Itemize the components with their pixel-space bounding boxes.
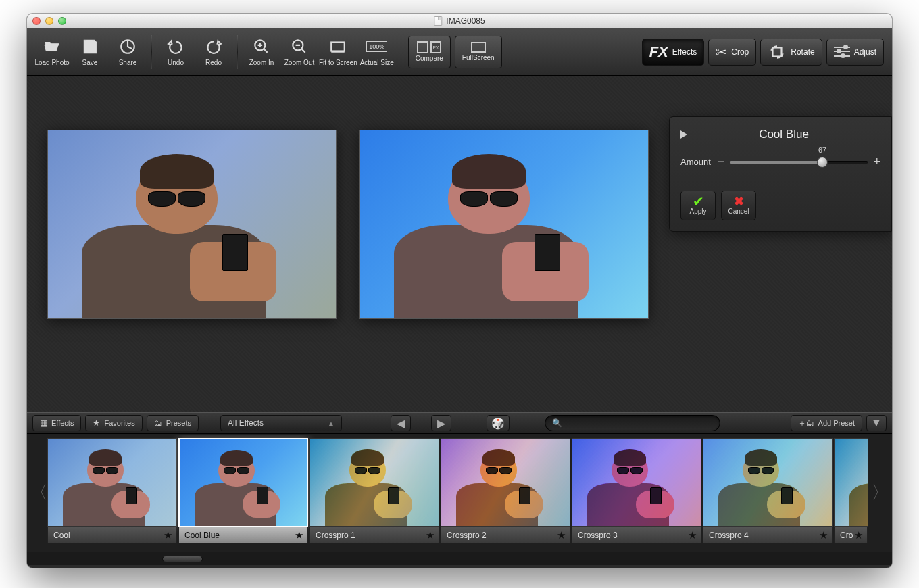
actual-size-button[interactable]: 100% Actual Size: [359, 32, 395, 72]
prev-button[interactable]: ◀: [391, 415, 411, 431]
close-window-button[interactable]: [32, 17, 41, 25]
x-icon: ✖: [734, 197, 744, 206]
category-dropdown[interactable]: All Effects: [220, 415, 342, 431]
scroll-left-button[interactable]: 〈: [30, 442, 47, 543]
svg-rect-3: [332, 43, 345, 51]
toolbar: Load Photo Save Share Undo Redo Zoom In …: [27, 28, 892, 76]
chevron-right-icon: ▶: [437, 417, 445, 430]
minimize-window-button[interactable]: [45, 17, 53, 25]
fit-screen-icon: [328, 37, 347, 56]
thumbnail-card[interactable]: Crosspro 3★: [572, 438, 701, 543]
window-title: IMAG0085: [434, 16, 485, 26]
add-preset-label: Add Preset: [818, 419, 855, 427]
adjust-mode-button[interactable]: Adjust: [826, 39, 884, 66]
search-field[interactable]: 🔍: [545, 415, 720, 431]
favorite-star-icon[interactable]: ★: [557, 529, 566, 541]
undo-button[interactable]: Undo: [157, 32, 194, 72]
compare-button[interactable]: FX Compare: [408, 36, 451, 68]
thumbnail-label: Cool★: [47, 527, 177, 543]
scrollbar-thumb[interactable]: [162, 556, 203, 562]
amount-label: Amount: [680, 157, 711, 167]
svg-rect-4: [773, 47, 782, 56]
effects-mode-button[interactable]: FX Effects: [642, 39, 705, 66]
star-icon: ★: [93, 418, 100, 428]
search-input[interactable]: [566, 419, 713, 427]
favorite-star-icon[interactable]: ★: [688, 529, 697, 541]
thumbnail-card[interactable]: Crosspro 4★: [703, 438, 833, 543]
fx-icon: FX: [649, 43, 668, 61]
favorite-star-icon[interactable]: ★: [295, 529, 303, 541]
load-photo-button[interactable]: Load Photo: [34, 32, 70, 72]
effects-tab-label: Effects: [51, 419, 74, 427]
play-icon[interactable]: [680, 130, 687, 139]
chevron-left-icon: ◀: [397, 417, 405, 430]
thumbnail-card[interactable]: Crosspro 2★: [441, 438, 570, 543]
random-button[interactable]: 🎲: [487, 415, 510, 431]
load-photo-label: Load Photo: [34, 59, 69, 66]
actual-size-icon: 100%: [368, 37, 387, 56]
slider-thumb[interactable]: [817, 157, 828, 168]
preset-icon: 🗂: [154, 418, 162, 428]
horizontal-scrollbar[interactable]: [27, 552, 892, 565]
presets-tab-label: Presets: [166, 419, 191, 427]
scissors-icon: ✂: [716, 44, 727, 60]
rotate-mode-button[interactable]: Rotate: [760, 39, 822, 66]
collapse-button[interactable]: ▼: [866, 415, 887, 431]
rotate-label: Rotate: [791, 47, 814, 57]
increase-button[interactable]: +: [873, 155, 880, 169]
check-icon: ✔: [693, 197, 704, 206]
crop-mode-button[interactable]: ✂ Crop: [708, 39, 756, 66]
window-controls: [32, 17, 66, 25]
adjust-label: Adjust: [854, 47, 876, 57]
thumbnail-card[interactable]: Cro★: [834, 438, 868, 543]
favorite-star-icon[interactable]: ★: [426, 529, 434, 541]
save-label: Save: [82, 59, 98, 66]
favorite-star-icon[interactable]: ★: [819, 529, 828, 541]
thumbnail-card[interactable]: Cool★: [47, 438, 177, 543]
thumbnail-card[interactable]: Cool Blue★: [178, 438, 308, 543]
crop-label: Crop: [731, 47, 749, 57]
thumbnail-list: Cool★Cool Blue★Crosspro 1★Crosspro 2★Cro…: [47, 435, 872, 550]
compare-icon: FX: [417, 41, 441, 53]
redo-button[interactable]: Redo: [195, 32, 232, 72]
favorite-star-icon[interactable]: ★: [854, 529, 863, 541]
amount-slider[interactable]: 67: [730, 155, 868, 169]
favorite-star-icon[interactable]: ★: [164, 529, 172, 541]
floppy-icon: [80, 37, 99, 56]
zoom-in-label: Zoom In: [249, 59, 274, 66]
dice-icon: 🎲: [491, 417, 505, 430]
share-button[interactable]: Share: [109, 32, 146, 72]
zoom-window-button[interactable]: [58, 17, 66, 25]
favorites-tab[interactable]: ★Favorites: [85, 415, 142, 431]
thumbnail-label: Cool Blue★: [178, 527, 308, 543]
zoom-in-icon: [252, 37, 271, 56]
save-button[interactable]: Save: [72, 32, 108, 72]
add-preset-button[interactable]: ＋🗂Add Preset: [791, 415, 862, 431]
effects-tab[interactable]: ▦Effects: [32, 415, 81, 431]
undo-label: Undo: [168, 59, 184, 66]
search-icon: 🔍: [552, 418, 562, 428]
original-photo: [47, 130, 337, 319]
fit-screen-button[interactable]: Fit to Screen: [319, 32, 357, 72]
zoom-in-button[interactable]: Zoom In: [243, 32, 280, 72]
thumbnail-label: Cro★: [834, 527, 868, 543]
canvas-area: Cool Blue Amount − 67 + ✔: [27, 76, 892, 412]
document-icon: [434, 16, 442, 26]
thumbnail-card[interactable]: Crosspro 1★: [309, 438, 439, 543]
share-icon: [118, 37, 137, 56]
folder-open-icon: [43, 37, 61, 56]
bottom-toolbar: ▦Effects ★Favorites 🗂Presets All Effects…: [27, 412, 892, 434]
next-button[interactable]: ▶: [431, 415, 451, 431]
cancel-button[interactable]: ✖ Cancel: [721, 191, 756, 220]
decrease-button[interactable]: −: [718, 155, 725, 169]
actual-label: Actual Size: [360, 59, 394, 66]
scroll-right-button[interactable]: 〉: [872, 442, 889, 543]
fullscreen-button[interactable]: FullScreen: [455, 36, 502, 68]
rotate-icon: [768, 43, 787, 62]
zoom-out-button[interactable]: Zoom Out: [281, 32, 318, 72]
presets-tab[interactable]: 🗂Presets: [147, 415, 199, 431]
redo-label: Redo: [205, 59, 222, 66]
apply-label: Apply: [689, 207, 706, 215]
apply-button[interactable]: ✔ Apply: [680, 191, 716, 220]
thumbnail-label: Crosspro 3★: [572, 527, 701, 543]
